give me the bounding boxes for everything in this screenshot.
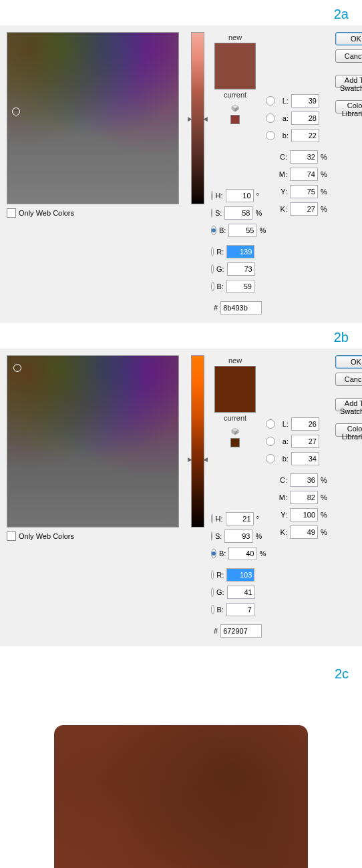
input-K[interactable]	[290, 202, 318, 216]
input-r[interactable]	[226, 245, 254, 258]
input-M[interactable]	[290, 491, 318, 504]
mini-swatch[interactable]	[230, 115, 240, 124]
input-b[interactable]	[228, 224, 256, 237]
cancel-button[interactable]: Cancel	[335, 373, 362, 386]
hue-strip[interactable]: ▶◀	[191, 32, 204, 204]
input-L[interactable]	[291, 417, 319, 431]
radio-s[interactable]	[211, 531, 212, 541]
color-preview	[214, 43, 256, 89]
new-label: new	[211, 32, 259, 43]
input-s[interactable]	[224, 529, 252, 543]
input-r[interactable]	[226, 568, 254, 582]
new-label: new	[211, 355, 259, 366]
section-label-2a: 2a	[0, 0, 362, 25]
cube-icon	[231, 427, 239, 435]
input-C[interactable]	[290, 150, 318, 164]
ok-button[interactable]: OK	[335, 32, 362, 45]
radio-L[interactable]	[266, 96, 275, 105]
input-a[interactable]	[291, 112, 319, 125]
radio-g[interactable]	[211, 588, 214, 597]
radio-bb2[interactable]	[266, 131, 275, 140]
radio-b[interactable]	[211, 226, 216, 235]
color-picker-2a: Only Web Colors ▶◀ new current H:° S:% B…	[0, 25, 362, 323]
input-b[interactable]	[228, 547, 256, 560]
radio-s[interactable]	[211, 208, 212, 218]
color-field[interactable]	[7, 32, 179, 204]
lab-cmyk-values: L: a: b: C:% M:% Y:% K:%	[266, 92, 331, 316]
only-web-colors-checkbox[interactable]	[7, 208, 16, 218]
radio-a[interactable]	[266, 437, 275, 446]
lab-cmyk-values: L: a: b: C:% M:% Y:% K:%	[266, 415, 331, 640]
input-a[interactable]	[291, 435, 319, 448]
color-field-marker	[12, 107, 20, 116]
only-web-colors-checkbox[interactable]	[7, 531, 16, 541]
radio-h[interactable]	[211, 191, 213, 200]
input-Y[interactable]	[290, 508, 318, 521]
input-bb[interactable]	[226, 603, 254, 616]
radio-g[interactable]	[211, 264, 214, 274]
input-g[interactable]	[227, 262, 255, 276]
color-libraries-button[interactable]: Color Libraries	[335, 423, 362, 437]
section-label-2c: 2c	[0, 646, 362, 685]
input-Y[interactable]	[290, 185, 318, 198]
only-web-colors-label: Only Web Colors	[19, 532, 74, 540]
input-bb[interactable]	[226, 280, 254, 293]
input-K[interactable]	[290, 525, 318, 539]
cancel-button[interactable]: Cancel	[335, 49, 362, 63]
color-picker-2b: Only Web Colors ▶◀ new current H:° S:% B…	[0, 349, 362, 646]
radio-a[interactable]	[266, 114, 275, 123]
only-web-colors-label: Only Web Colors	[19, 209, 74, 217]
input-bb2[interactable]	[291, 452, 319, 465]
input-hex[interactable]	[220, 624, 262, 638]
hsb-rgb-values: H:° S:% B:% R: G: B: #	[211, 510, 259, 640]
color-field[interactable]	[7, 355, 179, 527]
radio-L[interactable]	[266, 419, 275, 429]
add-to-swatches-button[interactable]: Add To Swatches	[335, 398, 362, 411]
color-libraries-button[interactable]: Color Libraries	[335, 100, 362, 114]
result-texture	[54, 725, 308, 868]
mini-swatch[interactable]	[230, 438, 240, 447]
add-to-swatches-button[interactable]: Add To Swatches	[335, 75, 362, 88]
input-s[interactable]	[224, 206, 252, 220]
radio-r[interactable]	[211, 570, 214, 580]
input-bb2[interactable]	[291, 129, 319, 142]
radio-r[interactable]	[211, 247, 214, 256]
input-h[interactable]	[226, 512, 254, 525]
ok-button[interactable]: OK	[335, 355, 362, 369]
section-label-2b: 2b	[0, 323, 362, 349]
cube-icon	[231, 104, 239, 112]
radio-bb[interactable]	[211, 282, 214, 291]
input-g[interactable]	[227, 586, 255, 599]
hue-strip[interactable]: ▶◀	[191, 355, 204, 527]
current-label: current	[211, 89, 259, 100]
input-M[interactable]	[290, 168, 318, 181]
radio-h[interactable]	[211, 514, 213, 523]
radio-bb2[interactable]	[266, 454, 275, 463]
color-preview	[214, 366, 256, 413]
input-C[interactable]	[290, 473, 318, 487]
input-hex[interactable]	[220, 301, 262, 314]
color-field-marker	[13, 364, 21, 372]
input-L[interactable]	[291, 94, 319, 107]
hsb-rgb-values: H:° S:% B:% R: G: B: #	[211, 187, 259, 316]
radio-bb[interactable]	[211, 605, 214, 614]
current-label: current	[211, 413, 259, 423]
input-h[interactable]	[226, 189, 254, 202]
radio-b[interactable]	[211, 549, 216, 558]
